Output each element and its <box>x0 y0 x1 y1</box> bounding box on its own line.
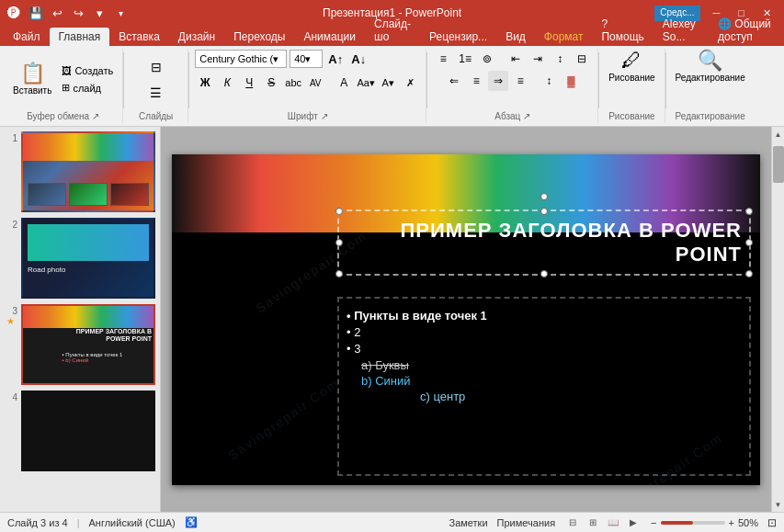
align-right-button[interactable]: ⇒ <box>488 71 508 91</box>
scroll-up-button[interactable]: ▲ <box>772 127 785 141</box>
font-name-box[interactable]: Century Gothic ( ▾ <box>195 50 287 68</box>
shadow-button[interactable]: abc <box>283 73 303 93</box>
scroll-down-button[interactable]: ▼ <box>772 497 785 512</box>
save-button[interactable]: 💾 <box>27 4 45 22</box>
undo-button[interactable]: ↩ <box>48 4 66 22</box>
app-icon[interactable]: 🅟 <box>7 6 20 20</box>
handle-topright[interactable] <box>745 208 753 215</box>
slide-count: Слайд 3 из 4 <box>7 517 68 528</box>
notes-button[interactable]: Заметки <box>449 517 488 528</box>
zoom-level: 50% <box>738 517 758 528</box>
strikethrough-button[interactable]: S <box>261 73 281 93</box>
slide-2-thumbnail[interactable]: Road photo <box>21 218 155 299</box>
bold-button[interactable]: Ж <box>195 73 215 93</box>
more-qat-button[interactable]: ▾ <box>111 4 130 22</box>
create-slide-button[interactable]: 🖼 Создать <box>58 63 117 78</box>
para-color-button[interactable]: ▓ <box>561 71 581 91</box>
slide-1-num-area: 1 <box>5 131 17 143</box>
text-direction-button[interactable]: ↕ <box>550 49 570 69</box>
bullet-list-button[interactable]: ≡ <box>433 49 453 69</box>
slide-4-number: 4 <box>5 392 17 402</box>
slide-4-thumbnail[interactable] <box>21 391 155 471</box>
font-shrink-button[interactable]: A↓ <box>348 49 369 69</box>
zoom-out-button[interactable]: − <box>651 517 656 528</box>
align-left-button[interactable]: ⇐ <box>444 71 464 91</box>
layout-button[interactable]: ⊞ слайд <box>58 80 117 96</box>
font-size-box[interactable]: 40 ▾ <box>290 50 323 68</box>
paste-icon: 📋 <box>20 63 45 84</box>
reading-view-button[interactable]: 📖 <box>605 515 621 531</box>
handle-bottomleft[interactable] <box>335 270 343 277</box>
help-button[interactable]: ? Помощь <box>592 15 653 46</box>
fit-page-button[interactable]: ⊡ <box>767 516 777 529</box>
slide-content-box[interactable]: Пункты в виде точек 1 2 3 a) Буквы b) Си… <box>337 297 751 476</box>
font-name-arrow[interactable]: ▾ <box>273 53 278 65</box>
handle-middleleft[interactable] <box>335 239 343 246</box>
slide-thumb-3[interactable]: 3 ★ ПРИМЕР ЗАГОЛОВКА В POWER POINT • Пун… <box>5 304 155 385</box>
handle-bottomright[interactable] <box>745 270 753 277</box>
slide-thumb-2[interactable]: 2 Road photo <box>5 218 155 299</box>
tab-view[interactable]: Вид <box>496 28 535 46</box>
bullet-item-2: 2 <box>347 325 742 339</box>
status-bar: Слайд 3 из 4 | Английский (США) ♿ Заметк… <box>0 512 784 532</box>
normal-view-button[interactable]: ⊟ <box>564 515 581 531</box>
handle-topcenter[interactable] <box>540 208 548 215</box>
case-button[interactable]: Aa▾ <box>356 73 376 93</box>
numbered-list-button[interactable]: 1≡ <box>455 49 475 69</box>
zoom-slider[interactable] <box>661 521 725 525</box>
paste-button[interactable]: 📋 Вставить <box>9 62 55 97</box>
editing-button[interactable]: 🔍 Редактирование <box>672 49 749 85</box>
user-button[interactable]: Alexey So... <box>653 15 709 46</box>
tab-review[interactable]: Рецензир... <box>420 28 496 46</box>
bullet-item-3: 3 <box>347 342 742 356</box>
slide-section-btn[interactable]: ☰ <box>142 81 171 105</box>
font-size-arrow[interactable]: ▾ <box>305 53 311 65</box>
rotate-handle[interactable] <box>540 193 548 200</box>
increase-indent-button[interactable]: ⇥ <box>528 49 548 69</box>
tab-slideshow[interactable]: Слайд-шо <box>365 15 420 46</box>
italic-button[interactable]: К <box>217 73 237 93</box>
columns-button[interactable]: ⊟ <box>572 49 592 69</box>
handle-topleft[interactable] <box>335 208 343 215</box>
decrease-indent-button[interactable]: ⇤ <box>506 49 526 69</box>
tab-transitions[interactable]: Переходы <box>224 28 294 46</box>
slide-thumb-1[interactable]: 1 <box>5 131 155 212</box>
drawing-group: 🖊 Рисование Рисование <box>599 49 665 123</box>
slide-title-box[interactable]: ПРИМЕР ЗАГОЛОВКА В POWER POINT <box>337 209 751 277</box>
highlight-button[interactable]: A▾ <box>378 73 398 93</box>
customize-qat-button[interactable]: ▾ <box>90 4 108 22</box>
slide-canvas[interactable]: Savingrepair.Com Savingrepair.Com Saving… <box>172 154 760 485</box>
underline-button[interactable]: Ч <box>239 73 259 93</box>
text-color-button[interactable]: A <box>334 73 354 93</box>
alpha-item-b: b) Синий <box>361 374 742 388</box>
slideshow-button[interactable]: ▶ <box>625 515 642 531</box>
multilevel-list-button[interactable]: ⊚ <box>477 49 497 69</box>
redo-button[interactable]: ↪ <box>69 4 87 22</box>
slide-1-thumbnail[interactable] <box>21 131 155 212</box>
tab-file[interactable]: Файл <box>4 28 50 46</box>
tab-home[interactable]: Главная <box>50 28 110 46</box>
share-button[interactable]: 🌐 Общий доступ <box>709 15 784 46</box>
tab-animations[interactable]: Анимации <box>294 28 365 46</box>
handle-middleright[interactable] <box>745 239 753 246</box>
handle-bottomcenter[interactable] <box>540 270 548 277</box>
comments-button[interactable]: Примечания <box>497 517 556 528</box>
slide-3-thumbnail[interactable]: ПРИМЕР ЗАГОЛОВКА В POWER POINT • Пункты … <box>21 304 155 385</box>
slide-3-title: ПРИМЕР ЗАГОЛОВКА В POWER POINT <box>62 328 152 344</box>
tab-insert[interactable]: Вставка <box>109 28 169 46</box>
slide-sorter-button[interactable]: ⊞ <box>585 515 601 531</box>
font-grow-button[interactable]: A↑ <box>325 49 346 69</box>
drawing-button[interactable]: 🖊 Рисование <box>605 49 658 85</box>
zoom-in-button[interactable]: + <box>729 517 734 528</box>
justify-button[interactable]: ≡ <box>510 71 530 91</box>
align-center-button[interactable]: ≡ <box>466 71 486 91</box>
clear-format-button[interactable]: ✗ <box>400 73 420 93</box>
status-separator: | <box>77 517 80 528</box>
spacing-button[interactable]: AV <box>305 73 325 93</box>
scroll-thumb[interactable] <box>773 146 784 183</box>
line-spacing-button[interactable]: ↕ <box>539 71 559 91</box>
slide-layout-btn[interactable]: ⊟ <box>142 55 171 79</box>
tab-design[interactable]: Дизайн <box>169 28 224 46</box>
tab-format[interactable]: Формат <box>535 28 593 46</box>
slide-thumb-4[interactable]: 4 <box>5 391 155 471</box>
